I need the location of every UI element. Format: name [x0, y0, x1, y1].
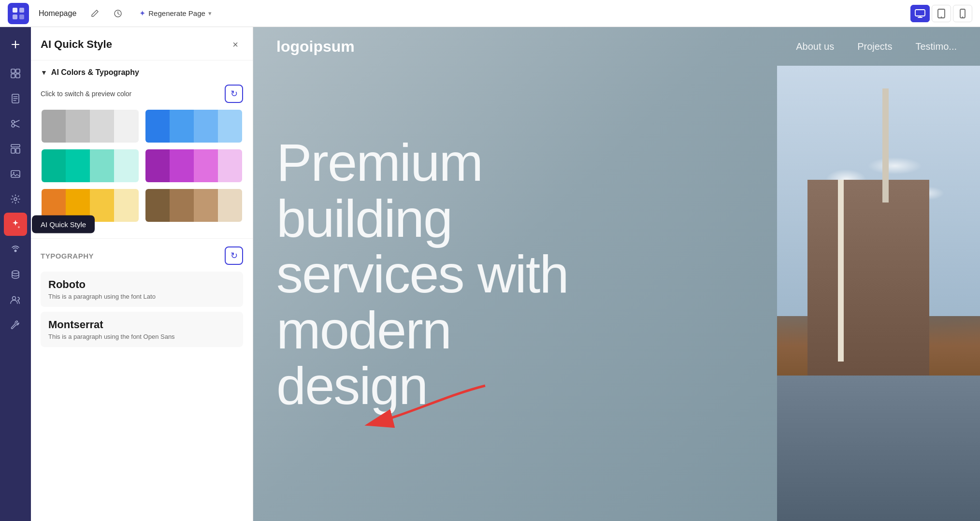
- svg-rect-20: [11, 171, 20, 177]
- svg-rect-3: [19, 14, 24, 19]
- svg-rect-19: [16, 148, 20, 153]
- font-item-montserrat[interactable]: Montserrat This is a paragraph using the…: [41, 312, 243, 347]
- swatch: [194, 189, 218, 222]
- swatch: [66, 110, 90, 143]
- sidebar-image-btn[interactable]: [4, 162, 27, 186]
- nav-link-about[interactable]: About us: [796, 41, 834, 52]
- nav-link-projects[interactable]: Projects: [857, 41, 892, 52]
- svg-point-23: [14, 250, 17, 252]
- swatch: [145, 149, 170, 182]
- swatch: [42, 189, 66, 222]
- regenerate-label: Regenerate Page: [148, 9, 205, 17]
- sidebar-scissors-btn[interactable]: [4, 112, 27, 135]
- sidebar-database-btn[interactable]: [4, 263, 27, 286]
- hero-line-1: Premium: [276, 134, 568, 190]
- water: [777, 376, 980, 521]
- swatch: [42, 110, 66, 143]
- swatch: [114, 149, 138, 182]
- preview-hero-image: [777, 66, 980, 521]
- palette-card-brown[interactable]: [144, 188, 244, 223]
- panel-header: AI Quick Style ×: [31, 27, 253, 60]
- mobile-view-btn[interactable]: [953, 5, 972, 22]
- swatch: [114, 110, 138, 143]
- topbar: Homepage ✦ Regenerate Page ▾: [0, 0, 980, 27]
- edit-icon-btn[interactable]: [86, 5, 103, 22]
- swatch: [145, 110, 170, 143]
- sidebar-broadcast-btn[interactable]: [4, 238, 27, 261]
- preview-hero: Premium building services with modern de…: [276, 134, 568, 414]
- sidebar-ai-style-btn[interactable]: [4, 213, 27, 236]
- svg-point-22: [14, 198, 17, 201]
- view-toggle-group: [910, 5, 972, 22]
- sidebar-settings-btn[interactable]: [4, 188, 27, 211]
- color-section-label: Click to switch & preview color: [41, 90, 131, 98]
- svg-point-15: [12, 120, 14, 123]
- hero-line-4: modern: [276, 302, 568, 358]
- hero-line-3: services with: [276, 246, 568, 302]
- ai-quick-style-panel: AI Quick Style × ▼ AI Colors & Typograph…: [31, 27, 253, 521]
- svg-rect-11: [16, 69, 20, 73]
- palette-card-blue[interactable]: [144, 109, 244, 144]
- color-refresh-btn[interactable]: ↻: [225, 85, 243, 103]
- palette-card-orange[interactable]: [41, 188, 140, 223]
- swatch: [145, 189, 170, 222]
- building: [807, 180, 929, 385]
- palette-card-green[interactable]: [41, 148, 140, 183]
- preview-nav: logoipsum About us Projects Testimo...: [253, 27, 980, 66]
- app-logo: [8, 3, 29, 24]
- svg-point-24: [12, 271, 19, 274]
- font-name-roboto: Roboto: [48, 278, 235, 291]
- collapse-arrow-icon: ▼: [41, 69, 47, 76]
- palette-card-purple[interactable]: [144, 148, 244, 183]
- sidebar-page-btn[interactable]: [4, 87, 27, 110]
- main-layout: AI Quick Style AI Quick Style × ▼ AI Col…: [0, 27, 980, 521]
- swatch: [90, 189, 114, 222]
- swatch: [90, 110, 114, 143]
- typography-section: Typography ↻ Roboto This is a paragraph …: [31, 238, 253, 360]
- desktop-view-btn[interactable]: [910, 5, 930, 22]
- swatch: [114, 189, 138, 222]
- font-desc-roboto: This is a paragraph using the font Lato: [48, 293, 235, 300]
- sidebar-components-btn[interactable]: [4, 137, 27, 160]
- swatch: [218, 189, 242, 222]
- palette-grid: [41, 109, 243, 223]
- font-desc-montserrat: This is a paragraph using the font Open …: [48, 333, 235, 340]
- typography-header: Typography ↻: [41, 246, 243, 265]
- sidebar-grid-btn[interactable]: [4, 62, 27, 85]
- tower: [882, 88, 889, 203]
- svg-rect-18: [11, 148, 15, 153]
- svg-point-16: [12, 124, 14, 127]
- swatch: [194, 110, 218, 143]
- regenerate-btn[interactable]: ✦ Regenerate Page ▾: [132, 6, 218, 21]
- svg-rect-12: [11, 74, 15, 78]
- star-icon: ✦: [139, 9, 145, 18]
- hero-line-2: building: [276, 190, 568, 246]
- svg-rect-2: [13, 14, 17, 19]
- palette-card-gray[interactable]: [41, 109, 140, 144]
- svg-rect-10: [11, 69, 15, 73]
- font-item-roboto[interactable]: Roboto This is a paragraph using the fon…: [41, 272, 243, 307]
- typography-label: Typography: [41, 252, 94, 260]
- typography-refresh-btn[interactable]: ↻: [225, 246, 243, 265]
- swatch: [42, 149, 66, 182]
- section-header[interactable]: ▼ AI Colors & Typography: [41, 68, 243, 77]
- nav-link-testimonials[interactable]: Testimo...: [915, 41, 957, 52]
- section-title: AI Colors & Typography: [51, 68, 139, 77]
- history-icon-btn[interactable]: [109, 5, 127, 22]
- hero-line-5: design: [276, 358, 568, 414]
- color-section-row: Click to switch & preview color ↻: [41, 85, 243, 103]
- website-preview: logoipsum About us Projects Testimo... P…: [253, 27, 980, 521]
- swatch: [90, 149, 114, 182]
- svg-point-7: [941, 16, 942, 17]
- sidebar-tools-btn[interactable]: [4, 313, 27, 336]
- swatch: [194, 149, 218, 182]
- tablet-view-btn[interactable]: [932, 5, 951, 22]
- page-name: Homepage: [39, 9, 76, 18]
- panel-close-btn[interactable]: ×: [228, 37, 243, 52]
- swatch: [66, 189, 90, 222]
- ai-style-tooltip-wrapper: AI Quick Style: [4, 213, 27, 236]
- colors-section: ▼ AI Colors & Typography Click to switch…: [31, 60, 253, 238]
- svg-point-25: [13, 297, 16, 300]
- add-element-btn[interactable]: [4, 33, 27, 56]
- sidebar-users-btn[interactable]: [4, 288, 27, 311]
